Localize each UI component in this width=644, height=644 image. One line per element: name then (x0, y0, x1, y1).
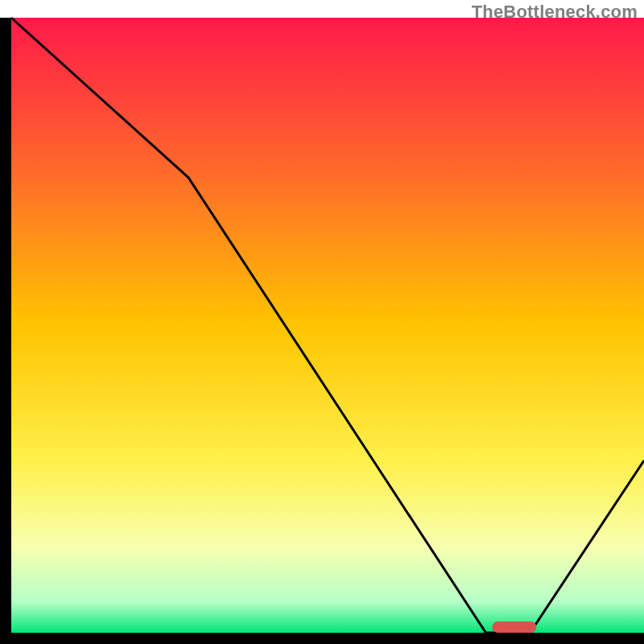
watermark-text: TheBottleneck.com (472, 2, 638, 23)
x-axis (0, 633, 644, 644)
bottleneck-chart: TheBottleneck.com (0, 0, 644, 644)
plot-area-gradient (11, 18, 644, 633)
optimum-marker (492, 621, 536, 633)
chart-svg (0, 0, 644, 644)
y-axis (0, 18, 11, 644)
